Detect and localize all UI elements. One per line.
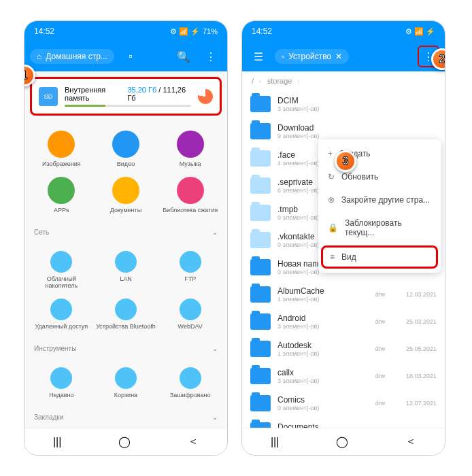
menu-icon: ≡ [330,252,335,262]
folder-icon [250,313,271,330]
folder-date: 12.03.2021 [397,291,437,298]
section-network[interactable]: Сеть⌄ [24,223,227,241]
storage-card[interactable]: SD Внутренняя память 35,20 Гб / 111,26 Г… [30,77,222,116]
tile-label: Видео [117,160,135,167]
tile-icon [112,131,139,158]
folder-date: 16.03.2021 [397,373,437,379]
pie-icon[interactable] [198,89,213,104]
menu-item[interactable]: ↻Обновить [318,165,441,188]
tile[interactable]: Музыка [158,126,222,171]
tile[interactable]: Устройства Bluetooth [95,294,158,334]
folder-row[interactable]: callx3 элемент(-ов)drw16.03.2021 [242,362,445,390]
folder-name: Download [277,123,363,133]
tile-label: FTP [184,275,196,282]
menu-icon: 🔒 [328,223,338,233]
tile-icon [115,299,137,320]
nav-back[interactable]: ＜ [188,435,199,449]
folder-row[interactable]: DCIM3 элемент(-ов) [242,90,445,118]
folder-icon [250,259,271,275]
menu-item[interactable]: ⊗Закройте другие стра... [318,188,441,211]
tile[interactable]: FTP [158,247,222,293]
menu-icon[interactable]: ☰ [248,46,269,67]
device-chip[interactable]: ▫ Устройство ✕ [275,49,349,64]
folder-row[interactable]: Comics0 элемент(-ов)drw12.07.2021 [242,390,445,417]
folder-name: Comics [277,395,363,405]
menu-label: Заблокировать текущ... [345,218,431,237]
network-grid: Облачный накопительLANFTPУдаленный досту… [24,241,227,339]
content-left: SD Внутренняя память 35,20 Гб / 111,26 Г… [24,71,227,428]
storage-bar [65,105,191,107]
tile[interactable]: Недавно [30,363,93,403]
menu-icon: ↻ [328,172,335,182]
nav-back[interactable]: ＜ [405,435,416,449]
folder-row[interactable]: AlbumCache1 элемент(-ов)drw12.03.2021 [242,281,445,308]
section-bookmarks[interactable]: Закладки⌄ [24,408,227,426]
nav-bar: ||| ◯ ＜ [242,428,445,455]
search-icon[interactable]: 🔍 [173,46,195,67]
menu-label: Обновить [341,172,378,182]
tab-icon[interactable]: ▫ [120,46,141,67]
menu-label: Закройте другие стра... [341,195,430,205]
folder-name: callx [277,368,363,377]
tile[interactable]: Облачный накопитель [30,247,93,293]
tile[interactable]: Документы [95,173,158,218]
tile[interactable]: Библиотека сжатия [158,173,222,218]
folder-date: 25.05.2021 [397,345,437,352]
tile[interactable]: APPs [30,173,93,218]
content-right: /› storage› +Создать↻Обновить⊗Закройте д… [242,71,445,428]
nav-home[interactable]: ◯ [118,435,131,448]
tile[interactable]: LAN [95,247,158,293]
home-label: Домашняя стр... [46,52,107,61]
folder-perm: drw [370,373,390,379]
tile-icon [180,251,201,273]
folder-sub: 1 элемент(-ов) [277,350,363,357]
close-icon[interactable]: ✕ [335,52,342,61]
chevron-down-icon: ⌄ [212,345,218,352]
home-chip[interactable]: ⌂ Домашняя стр... [30,49,114,64]
tile-label: Облачный накопитель [31,275,92,289]
folder-icon [250,150,271,167]
folder-name: Autodesk [277,341,363,350]
folder-date: 08.09.2021 [397,427,437,428]
more-icon[interactable]: ⋮ [200,46,222,67]
folder-icon [250,368,271,384]
folder-icon [250,422,271,428]
folder-name: Android [277,313,363,323]
nav-recent[interactable]: ||| [271,436,279,448]
status-icons: ⚙ 📶 ⚡ 71% [170,27,218,36]
tile-label: APPs [54,207,69,214]
tile-label: Устройства Bluetooth [96,323,156,330]
tile[interactable]: Удаленный доступ [30,294,93,334]
folder-perm: drw [370,291,390,298]
tile-icon [50,299,72,320]
tile[interactable]: Зашифровано [158,363,222,403]
tile[interactable]: Корзина [95,363,158,403]
folder-row[interactable]: Android3 элемент(-ов)drw25.03.2021 [242,308,445,335]
folder-perm: drw [370,400,390,407]
section-tools[interactable]: Инструменты⌄ [24,339,227,358]
tile-label: WebDAV [178,323,203,330]
home-icon: ⌂ [37,52,41,61]
category-grid: ИзображенияВидеоМузыкаAPPsДокументыБибли… [24,121,227,223]
folder-icon [250,177,271,194]
folder-icon [250,205,271,221]
tile[interactable]: Видео [95,126,158,171]
nav-home[interactable]: ◯ [336,435,348,448]
menu-label: Вид [341,252,356,262]
nav-recent[interactable]: ||| [53,436,61,448]
tile-icon [115,367,137,389]
menu-item[interactable]: ≡Вид [321,245,438,269]
status-time: 14:52 [252,27,272,36]
app-bar: ☰ ▫ Устройство ✕ ⋮ [242,41,445,71]
tools-grid: НедавноКорзинаЗашифровано [24,358,227,408]
tile-label: Зашифровано [170,392,211,398]
tile[interactable]: WebDAV [158,294,222,334]
folder-name: DCIM [277,96,363,105]
tile-icon [177,131,204,158]
breadcrumb[interactable]: /› storage› [242,71,445,90]
folder-row[interactable]: Documents1 элемент(-ов)drw08.09.2021 [242,417,445,428]
folder-row[interactable]: Autodesk1 элемент(-ов)drw25.05.2021 [242,335,445,362]
tile[interactable]: Изображения [30,126,93,171]
folder-perm: drw [370,427,390,428]
menu-item[interactable]: 🔒Заблокировать текущ... [318,211,441,244]
